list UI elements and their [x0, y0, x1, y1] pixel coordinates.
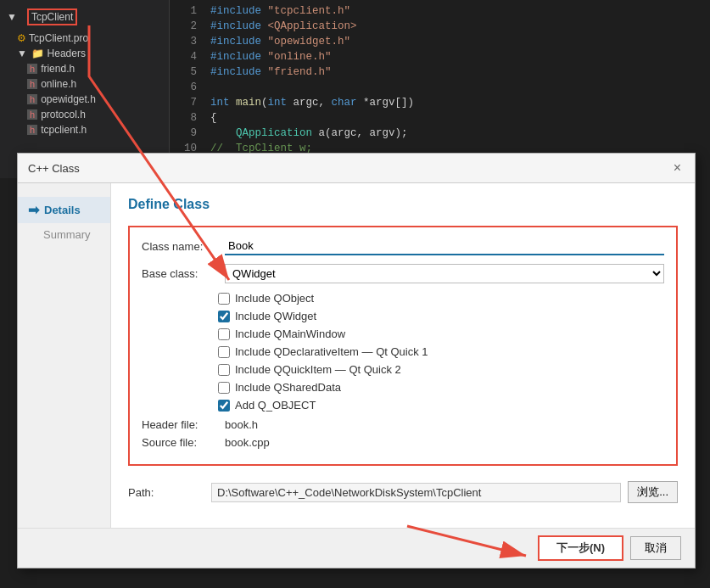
checkbox-qquickitem: Include QQuickItem — Qt Quick 2	[218, 363, 664, 376]
qquickitem-checkbox[interactable]	[218, 364, 230, 376]
checkboxes-area: Include QObject Include QWidget Include …	[142, 292, 664, 412]
dialog-main: Define Class Class name: Base class: QWi…	[111, 183, 695, 528]
code-line-2: #include <QApplication>	[210, 19, 703, 34]
tree-item-tcpclientpro[interactable]: ⚙ TcpClient.pro	[0, 31, 169, 46]
qmainwindow-checkbox[interactable]	[218, 328, 230, 340]
qobject-label: Include QObject	[235, 292, 314, 305]
dialog: C++ Class × ➡ Details Summary Define Cla…	[17, 153, 696, 568]
path-value: D:\Software\C++_Code\NetworkDiskSystem\T…	[211, 483, 621, 502]
code-line-9: QApplication a(argc, argv);	[210, 126, 703, 141]
code-content[interactable]: #include "tcpclient.h" #include <QApplic…	[204, 0, 710, 178]
qshareddata-checkbox[interactable]	[218, 382, 230, 394]
code-editor: ▼ TcpClient ⚙ TcpClient.pro ▼ 📁 Headers …	[0, 0, 710, 178]
sidebar-item-summary[interactable]: Summary	[18, 223, 110, 246]
checkbox-qwidget: Include QWidget	[218, 310, 664, 322]
class-name-row: Class name:	[142, 238, 664, 255]
h-icon: h	[27, 64, 37, 74]
class-name-label: Class name:	[142, 240, 218, 253]
checkbox-qobject: Include QObject	[218, 292, 664, 305]
path-label: Path:	[128, 486, 204, 499]
qmainwindow-label: Include QMainWindow	[235, 328, 345, 340]
checkbox-qobject2: Add Q_OBJECT	[218, 399, 664, 412]
qobject-checkbox[interactable]	[218, 293, 230, 305]
qshareddata-label: Include QSharedData	[235, 381, 341, 394]
tree-item-headers[interactable]: ▼ 📁 Headers	[0, 46, 169, 61]
base-class-select[interactable]: QWidget QObject QMainWindow	[225, 264, 664, 283]
define-class-title: Define Class	[128, 197, 678, 212]
addobject-label: Add Q_OBJECT	[235, 399, 316, 412]
qquickitem-label: Include QQuickItem — Qt Quick 2	[235, 363, 401, 376]
next-button[interactable]: 下一步(N)	[538, 535, 623, 561]
path-row: Path: D:\Software\C++_Code\NetworkDiskSy…	[128, 481, 678, 503]
close-button[interactable]: ×	[670, 160, 685, 176]
tree-root-item[interactable]: TcpClient	[27, 8, 77, 25]
tree-root-label: TcpClient	[31, 11, 73, 23]
addobject-checkbox[interactable]	[218, 400, 230, 412]
source-file-row: Source file: book.cpp	[142, 436, 664, 449]
qdeclarativeitem-checkbox[interactable]	[218, 346, 230, 358]
header-file-row: Header file: book.h	[142, 418, 664, 431]
qwidget-checkbox[interactable]	[218, 311, 230, 322]
checkbox-qdeclarativeitem: Include QDeclarativeItem — Qt Quick 1	[218, 345, 664, 358]
project-tree: ▼ TcpClient ⚙ TcpClient.pro ▼ 📁 Headers …	[0, 0, 170, 178]
tree-item-onlineh[interactable]: honline.h	[0, 76, 169, 92]
code-line-3: #include "opewidget.h"	[210, 34, 703, 49]
code-line-8: {	[210, 110, 703, 126]
code-line-1: #include "tcpclient.h"	[210, 3, 703, 19]
cancel-button[interactable]: 取消	[630, 536, 681, 560]
dialog-body: ➡ Details Summary Define Class Class nam…	[18, 183, 695, 528]
dialog-title: C++ Class	[28, 162, 80, 175]
dialog-titlebar: C++ Class ×	[18, 154, 695, 183]
code-line-6	[210, 80, 703, 95]
h-icon2: h	[27, 79, 37, 89]
tree-item-tcpclienth[interactable]: htcpclient.h	[0, 122, 169, 137]
arrow-icon: ➡	[28, 202, 39, 218]
sidebar-summary-label: Summary	[28, 228, 91, 241]
h-icon4: h	[27, 109, 37, 120]
define-class-box: Class name: Base class: QWidget QObject …	[128, 226, 678, 466]
h-icon5: h	[27, 125, 37, 135]
dialog-sidebar: ➡ Details Summary	[18, 183, 111, 528]
sidebar-details-label: Details	[44, 204, 81, 216]
tree-item-friendh[interactable]: hfriend.h	[0, 61, 169, 76]
tree-item-protocolh[interactable]: hprotocol.h	[0, 107, 169, 122]
qwidget-label: Include QWidget	[235, 310, 316, 322]
source-file-label: Source file:	[142, 436, 218, 449]
dialog-footer: 下一步(N) 取消	[18, 528, 695, 568]
sidebar-item-details[interactable]: ➡ Details	[18, 197, 110, 223]
h-icon3: h	[27, 94, 37, 104]
code-line-5: #include "friend.h"	[210, 64, 703, 80]
folder-icon: ▼	[17, 48, 27, 59]
line-numbers: 12345 678910	[170, 0, 204, 178]
checkbox-qmainwindow: Include QMainWindow	[218, 328, 664, 340]
tree-expand-icon[interactable]: ▼	[7, 11, 17, 23]
tree-item-opewidgeth[interactable]: hopewidget.h	[0, 92, 169, 107]
base-class-label: Base class:	[142, 267, 218, 280]
pro-icon: ⚙	[17, 32, 26, 44]
code-line-4: #include "online.h"	[210, 49, 703, 64]
header-file-label: Header file:	[142, 418, 218, 431]
browse-button[interactable]: 浏览...	[628, 481, 678, 503]
code-area: 12345 678910 #include "tcpclient.h" #inc…	[170, 0, 710, 178]
qdeclarativeitem-label: Include QDeclarativeItem — Qt Quick 1	[235, 345, 428, 358]
source-file-value: book.cpp	[225, 436, 270, 449]
base-class-row: Base class: QWidget QObject QMainWindow	[142, 264, 664, 283]
checkbox-qshareddata: Include QSharedData	[218, 381, 664, 394]
header-file-value: book.h	[225, 418, 258, 431]
class-name-input[interactable]	[225, 238, 664, 255]
code-line-7: int main(int argc, char *argv[])	[210, 95, 703, 110]
